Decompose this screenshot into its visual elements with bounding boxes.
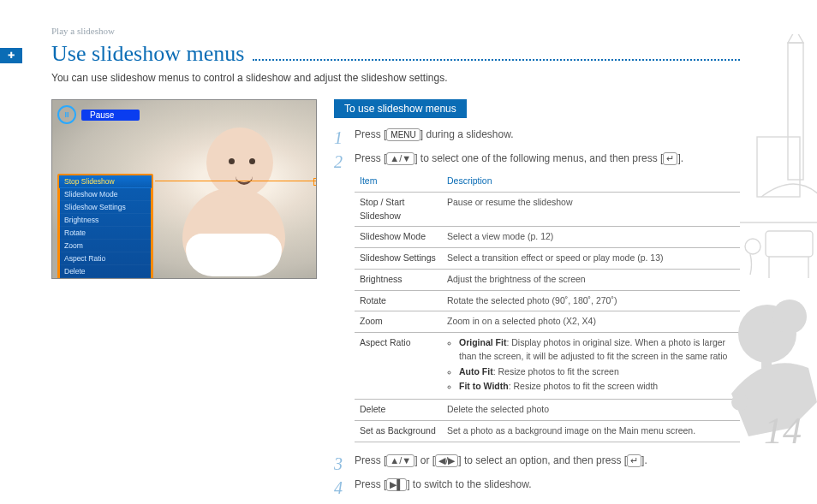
menu-item-delete: Delete (59, 265, 152, 278)
table-row-aspect-ratio: Aspect Ratio Original Fit: Display photo… (355, 333, 740, 400)
svg-point-6 (745, 239, 760, 254)
pause-icon: II (57, 105, 76, 124)
pause-label: Pause (81, 110, 140, 121)
pause-indicator: II Pause (57, 105, 140, 124)
menu-item-brightness: Brightness (59, 214, 152, 227)
menu-item-set-background: Set as Background (59, 278, 152, 279)
manual-page: ✚ Play a slideshow Use slideshow menus Y… (0, 0, 817, 504)
svg-point-7 (738, 305, 796, 363)
title-rule (253, 58, 740, 61)
slideshow-menu-popup: Stop Slideshow Slideshow Mode Slideshow … (57, 174, 153, 279)
section-heading: To use slideshow menus (334, 99, 467, 118)
table-row: Slideshow ModeSelect a view mode (p. 12) (355, 227, 740, 248)
enter-key-icon: ↵ (627, 454, 641, 467)
svg-rect-3 (766, 231, 813, 257)
page-intro: You can use slideshow menus to control a… (51, 72, 740, 84)
decorative-margin-art (731, 0, 817, 504)
table-header-item: Item (355, 171, 442, 192)
table-row: BrightnessAdjust the brightness of the s… (355, 269, 740, 290)
table-row: ZoomZoom in on a selected photo (X2, X4) (355, 311, 740, 333)
table-row: Stop / Start SlideshowPause or resume th… (355, 192, 740, 227)
step-1: Press [MENU] during a slideshow. (334, 127, 740, 142)
section-tab-icon: ✚ (0, 48, 22, 63)
aspect-option-fit-to-width: Fit to Width: Resize photos to fit the s… (459, 380, 735, 394)
photo-baby-illustration (157, 121, 285, 266)
menu-item-slideshow-mode: Slideshow Mode (59, 188, 152, 201)
callout-connector (155, 181, 317, 181)
menu-item-zoom: Zoom (59, 240, 152, 252)
menu-item-stop-slideshow: Stop Slideshow (59, 175, 152, 188)
device-screenshot: II Pause Stop Slideshow Slideshow Mode S… (51, 99, 317, 279)
menu-item-slideshow-settings: Slideshow Settings (59, 201, 152, 214)
table-row: DeleteDelete the selected photo (355, 400, 740, 421)
page-number: 14 (764, 409, 802, 453)
svg-rect-2 (757, 137, 800, 197)
page-title: Use slideshow menus (51, 41, 740, 67)
step-3: Press [▲/▼] or [◀/▶] to select an option… (334, 453, 740, 468)
cityscape-silhouette-icon (731, 34, 817, 479)
svg-rect-0 (788, 43, 803, 180)
step-4: Press [▶▌] to switch to the slideshow. (334, 477, 740, 492)
up-down-key-icon: ▲/▼ (386, 152, 414, 165)
svg-marker-1 (788, 34, 803, 43)
page-title-text: Use slideshow menus (51, 41, 244, 67)
table-header-description: Description (442, 171, 740, 192)
step-2: Press [▲/▼] to select one of the followi… (334, 151, 740, 442)
table-row: RotateRotate the selected photo (90˚, 18… (355, 290, 740, 311)
instruction-steps: Press [MENU] during a slideshow. Press [… (334, 127, 740, 492)
table-row: Slideshow SettingsSelect a transition ef… (355, 248, 740, 270)
menu-key-icon: MENU (386, 128, 420, 141)
menu-item-rotate: Rotate (59, 227, 152, 240)
breadcrumb: Play a slideshow (51, 26, 740, 36)
svg-point-8 (772, 299, 807, 334)
menu-item-aspect-ratio: Aspect Ratio (59, 252, 152, 265)
left-right-key-icon: ◀/▶ (435, 454, 458, 467)
aspect-option-auto-fit: Auto Fit: Resize photos to fit the scree… (459, 365, 735, 379)
table-row: Set as BackgroundSet a photo as a backgr… (355, 420, 740, 442)
enter-key-icon: ↵ (663, 152, 677, 165)
play-key-icon: ▶▌ (386, 478, 407, 491)
svg-rect-9 (761, 358, 772, 380)
menu-options-table: Item Description Stop / Start SlideshowP… (355, 171, 740, 442)
up-down-key-icon: ▲/▼ (386, 454, 414, 467)
aspect-option-original-fit: Original Fit: Display photos in original… (459, 336, 735, 364)
